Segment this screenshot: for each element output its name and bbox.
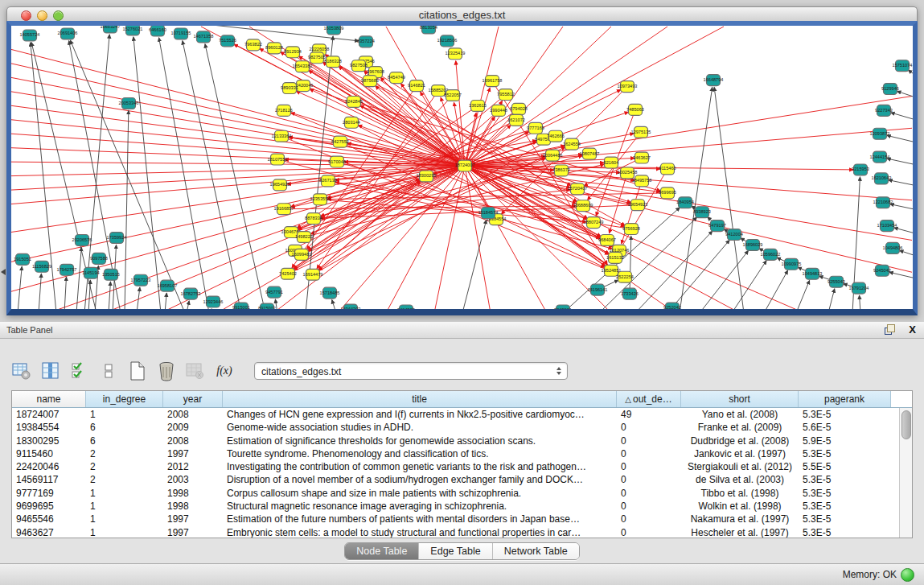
table-row[interactable]: 1830029562008Estimation of significance … bbox=[12, 435, 900, 447]
table-cell[interactable]: 1 bbox=[86, 408, 163, 421]
table-cell[interactable]: Jankovic et al. (1997) bbox=[681, 447, 799, 460]
table-cell[interactable]: Franke et al. (2009) bbox=[681, 421, 799, 434]
table-cell[interactable]: 2003 bbox=[163, 473, 223, 486]
table-cell[interactable]: 9115460 bbox=[12, 447, 86, 460]
table-row[interactable]: 977716911998Corpus callosum shape and si… bbox=[12, 487, 900, 500]
table-cell[interactable]: Changes of HCN gene expression and I(f) … bbox=[223, 408, 617, 421]
table-cell[interactable]: 2 bbox=[86, 460, 163, 473]
table-cell[interactable]: 1 bbox=[86, 500, 163, 513]
table-cell[interactable]: 2 bbox=[86, 447, 163, 460]
table-cell[interactable]: 1998 bbox=[163, 487, 223, 500]
table-row[interactable]: 1938455462009Genome-wide association stu… bbox=[12, 421, 900, 434]
column-header-title[interactable]: title bbox=[223, 391, 617, 407]
table-cell[interactable]: Investigating the contribution of common… bbox=[223, 460, 617, 473]
collapse-sidebar-arrow-icon[interactable] bbox=[1, 269, 6, 275]
table-cell[interactable]: 49 bbox=[617, 408, 681, 421]
table-cell[interactable]: 1997 bbox=[163, 447, 223, 460]
function-builder-icon[interactable]: f(x) bbox=[214, 360, 235, 381]
table-cell[interactable]: 5.3E-5 bbox=[799, 473, 891, 486]
memory-status-dot[interactable] bbox=[901, 568, 914, 582]
table-cell[interactable]: 1997 bbox=[163, 526, 223, 538]
delete-table-icon[interactable] bbox=[156, 360, 177, 381]
table-cell[interactable]: 5.9E-5 bbox=[799, 435, 891, 447]
column-visibility-icon[interactable] bbox=[40, 360, 61, 381]
table-settings-icon[interactable] bbox=[11, 360, 32, 381]
table-cell[interactable]: 2008 bbox=[163, 435, 223, 447]
table-cell[interactable]: Corpus callosum shape and size in male p… bbox=[223, 487, 617, 500]
column-header-name[interactable]: name bbox=[12, 391, 86, 407]
table-cell[interactable]: 9699695 bbox=[12, 500, 86, 513]
table-row[interactable]: 946362711997Embryonic stem cells: a mode… bbox=[12, 526, 900, 538]
table-cell[interactable]: 6 bbox=[86, 421, 163, 434]
table-cell[interactable]: 0 bbox=[617, 500, 681, 513]
table-cell[interactable]: 14569117 bbox=[12, 473, 86, 486]
table-cell[interactable]: Estimation of the future numbers of pati… bbox=[223, 513, 617, 525]
table-cell[interactable]: Estimation of significance thresholds fo… bbox=[223, 435, 617, 447]
column-header-year[interactable]: year bbox=[163, 391, 223, 407]
network-graph[interactable]: 1872400718300295121333641810755219654925… bbox=[11, 26, 913, 309]
table-cell[interactable]: 18300295 bbox=[12, 435, 86, 447]
tab-edge-table[interactable]: Edge Table bbox=[419, 543, 492, 559]
table-cell[interactable]: 5.3E-5 bbox=[799, 526, 891, 538]
table-cell[interactable]: 0 bbox=[617, 435, 681, 447]
table-vertical-scrollbar[interactable] bbox=[899, 408, 912, 538]
row-height-icon[interactable] bbox=[98, 360, 119, 381]
new-table-icon[interactable] bbox=[127, 360, 148, 381]
table-cell[interactable]: 1997 bbox=[163, 513, 223, 525]
table-cell[interactable]: Tourette syndrome. Phenomenology and cla… bbox=[223, 447, 617, 460]
table-cell[interactable]: de Silva et al. (2003) bbox=[681, 473, 799, 486]
table-cell[interactable]: 5.3E-5 bbox=[799, 500, 891, 513]
table-cell[interactable]: 5.6E-5 bbox=[799, 421, 891, 434]
tab-node-table[interactable]: Node Table bbox=[345, 543, 419, 559]
table-row[interactable]: 1872400712008Changes of HCN gene express… bbox=[12, 408, 900, 421]
import-table-icon[interactable] bbox=[185, 360, 206, 381]
table-cell[interactable]: Nakamura et al. (1997) bbox=[681, 513, 799, 525]
table-cell[interactable]: 6 bbox=[86, 435, 163, 447]
close-panel-icon[interactable]: X bbox=[909, 323, 916, 336]
table-cell[interactable]: 0 bbox=[617, 460, 681, 473]
scrollbar-thumb[interactable] bbox=[901, 410, 911, 439]
table-cell[interactable]: 2012 bbox=[163, 460, 223, 473]
table-cell[interactable]: 1 bbox=[86, 487, 163, 500]
table-cell[interactable]: 5.3E-5 bbox=[799, 487, 891, 500]
table-cell[interactable]: 1 bbox=[86, 513, 163, 525]
table-cell[interactable]: 22420046 bbox=[12, 460, 86, 473]
table-cell[interactable]: Tibbo et al. (1998) bbox=[681, 487, 799, 500]
table-cell[interactable]: Embryonic stem cells: a model to study s… bbox=[223, 526, 617, 538]
table-cell[interactable]: 5.3E-5 bbox=[799, 447, 891, 460]
table-cell[interactable]: Genome-wide association studies in ADHD. bbox=[223, 421, 617, 434]
table-cell[interactable]: Disruption of a novel member of a sodium… bbox=[223, 473, 617, 486]
table-cell[interactable]: 2 bbox=[86, 473, 163, 486]
table-cell[interactable]: 18724007 bbox=[12, 408, 86, 421]
table-cell[interactable]: 2008 bbox=[163, 408, 223, 421]
table-cell[interactable]: 9465546 bbox=[12, 513, 86, 525]
table-cell[interactable]: 19384554 bbox=[12, 421, 86, 434]
table-cell[interactable]: 5.3E-5 bbox=[799, 513, 891, 525]
table-cell[interactable]: 9777169 bbox=[12, 487, 86, 500]
table-row[interactable]: 946554611997Estimation of the future num… bbox=[12, 513, 900, 525]
table-cell[interactable]: 0 bbox=[617, 421, 681, 434]
table-row[interactable]: 911546021997Tourette syndrome. Phenomeno… bbox=[12, 447, 900, 460]
table-source-dropdown[interactable]: citations_edges.txt bbox=[254, 362, 568, 380]
table-cell[interactable]: 5.5E-5 bbox=[799, 460, 891, 473]
table-cell[interactable]: 1998 bbox=[163, 500, 223, 513]
float-panel-icon[interactable] bbox=[885, 324, 895, 335]
tab-network-table[interactable]: Network Table bbox=[493, 543, 579, 559]
table-cell[interactable]: Dudbridge et al. (2008) bbox=[681, 435, 799, 447]
table-cell[interactable]: 0 bbox=[617, 473, 681, 486]
table-row[interactable]: 969969511998Structural magnetic resonanc… bbox=[12, 500, 900, 513]
column-header-in_degree[interactable]: in_degree bbox=[86, 391, 163, 407]
table-cell[interactable]: Wolkin et al. (1998) bbox=[681, 500, 799, 513]
table-cell[interactable]: Yano et al. (2008) bbox=[681, 408, 799, 421]
table-cell[interactable]: Stergiakouli et al. (2012) bbox=[681, 460, 799, 473]
table-cell[interactable]: 0 bbox=[617, 526, 681, 538]
table-cell[interactable]: 0 bbox=[617, 513, 681, 525]
network-window-titlebar[interactable]: citations_edges.txt bbox=[6, 6, 918, 23]
table-cell[interactable]: 9463627 bbox=[12, 526, 86, 538]
table-row[interactable]: 2242004622012Investigating the contribut… bbox=[12, 460, 900, 473]
table-cell[interactable]: 2009 bbox=[163, 421, 223, 434]
column-header-out_de[interactable]: △out_de… bbox=[617, 391, 681, 407]
column-header-pagerank[interactable]: pagerank bbox=[799, 391, 891, 407]
column-header-short[interactable]: short bbox=[681, 391, 799, 407]
table-cell[interactable]: 1 bbox=[86, 526, 163, 538]
